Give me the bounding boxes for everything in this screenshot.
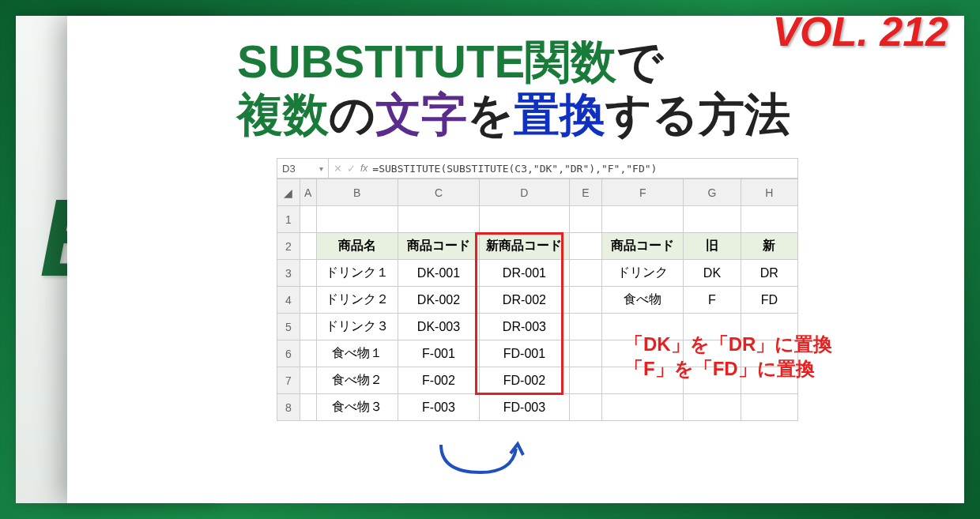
dropdown-icon[interactable]: ▾ xyxy=(319,164,323,173)
cell[interactable] xyxy=(569,367,601,394)
main-header-code[interactable]: 商品コード xyxy=(398,233,479,260)
table-row: 8 食べ物３ F-003 FD-003 xyxy=(277,394,798,421)
cell[interactable] xyxy=(480,206,570,233)
cell[interactable] xyxy=(602,206,684,233)
cell[interactable] xyxy=(300,314,316,340)
arrow-icon xyxy=(433,441,528,480)
column-header-row: ◢ A B C D E F G H xyxy=(277,179,798,206)
cell[interactable] xyxy=(300,367,316,394)
title-de: で xyxy=(616,36,663,87)
lookup-old[interactable]: DK xyxy=(684,260,741,287)
lookup-header-new[interactable]: 新 xyxy=(741,233,797,260)
cell[interactable] xyxy=(569,260,601,287)
lookup-new[interactable]: FD xyxy=(741,287,797,314)
main-header-newcode[interactable]: 新商品コード xyxy=(480,233,570,260)
col-header[interactable]: C xyxy=(398,179,479,206)
title-line-2: 複数の文字を置換する方法 xyxy=(237,88,790,141)
cell-newcode[interactable]: FD-001 xyxy=(480,340,570,367)
lookup-code[interactable]: 食べ物 xyxy=(602,287,684,314)
cell-newcode[interactable]: FD-002 xyxy=(480,367,570,394)
cell-code[interactable]: F-001 xyxy=(398,340,479,367)
excel-screenshot: D3 ▾ ✕ ✓ fx =SUBSTITUTE(SUBSTITUTE(C3,"D… xyxy=(277,158,798,421)
formula-bar: D3 ▾ ✕ ✓ fx =SUBSTITUTE(SUBSTITUTE(C3,"D… xyxy=(277,158,798,179)
cell-newcode[interactable]: DR-002 xyxy=(480,287,570,314)
col-header[interactable]: H xyxy=(741,179,797,206)
cell-name[interactable]: ドリンク１ xyxy=(316,260,398,287)
lookup-old[interactable]: F xyxy=(684,287,741,314)
table-row: 1 xyxy=(277,206,798,233)
cell[interactable] xyxy=(300,287,316,314)
lookup-new[interactable]: DR xyxy=(741,260,797,287)
cell-name[interactable]: ドリンク３ xyxy=(316,314,398,340)
col-header[interactable]: A xyxy=(300,179,316,206)
cell[interactable] xyxy=(569,314,601,340)
row-header[interactable]: 5 xyxy=(277,314,300,340)
row-header[interactable]: 8 xyxy=(277,394,300,421)
cell[interactable] xyxy=(300,206,316,233)
col-header[interactable]: G xyxy=(684,179,741,206)
cell[interactable] xyxy=(569,206,601,233)
row-header[interactable]: 2 xyxy=(277,233,300,260)
cell[interactable] xyxy=(300,233,316,260)
col-header[interactable]: F xyxy=(602,179,684,206)
cell[interactable] xyxy=(569,287,601,314)
lookup-code[interactable]: ドリンク xyxy=(602,260,684,287)
cell[interactable] xyxy=(684,206,741,233)
cell[interactable] xyxy=(741,394,797,421)
table-row: 4 ドリンク２ DK-002 DR-002 食べ物 F FD xyxy=(277,287,798,314)
cell[interactable] xyxy=(569,340,601,367)
name-box[interactable]: D3 ▾ xyxy=(277,159,329,178)
cell-code[interactable]: DK-002 xyxy=(398,287,479,314)
cell-code[interactable]: DK-001 xyxy=(398,260,479,287)
lookup-header-old[interactable]: 旧 xyxy=(684,233,741,260)
annotation-line-2: 「F」を「FD」に置換 xyxy=(624,356,832,381)
row-header[interactable]: 7 xyxy=(277,367,300,394)
cell-code[interactable]: F-003 xyxy=(398,394,479,421)
cell-code[interactable]: F-002 xyxy=(398,367,479,394)
cell[interactable] xyxy=(300,394,316,421)
cell[interactable] xyxy=(398,206,479,233)
col-header[interactable]: E xyxy=(569,179,601,206)
cell-name[interactable]: 食べ物１ xyxy=(316,340,398,367)
row-header[interactable]: 3 xyxy=(277,260,300,287)
cell[interactable] xyxy=(569,233,601,260)
formula-text[interactable]: =SUBSTITUTE(SUBSTITUTE(C3,"DK","DR"),"F"… xyxy=(372,163,657,175)
cell[interactable] xyxy=(300,340,316,367)
cancel-icon[interactable]: ✕ xyxy=(334,163,342,175)
main-title: SUBSTITUTE関数で 複数の文字を置換する方法 xyxy=(237,36,790,141)
fx-icon[interactable]: fx xyxy=(360,163,368,174)
cell-reference: D3 xyxy=(282,163,296,175)
title-no: の xyxy=(329,88,375,140)
cell-name[interactable]: 食べ物２ xyxy=(316,367,398,394)
cell-code[interactable]: DK-003 xyxy=(398,314,479,340)
cell-name[interactable]: 食べ物３ xyxy=(316,394,398,421)
table-row: 3 ドリンク１ DK-001 DR-001 ドリンク DK DR xyxy=(277,260,798,287)
cell[interactable] xyxy=(300,260,316,287)
cell[interactable] xyxy=(569,394,601,421)
cell[interactable] xyxy=(684,394,741,421)
title-line-1: SUBSTITUTE関数で xyxy=(237,36,790,88)
lookup-header-code[interactable]: 商品コード xyxy=(602,233,684,260)
annotation-line-1: 「DK」を「DR」に置換 xyxy=(624,332,832,356)
col-header[interactable]: B xyxy=(316,179,398,206)
spreadsheet: ◢ A B C D E F G H 1 2 商品名 商品コード 新商品コード 商… xyxy=(277,179,798,421)
confirm-icon[interactable]: ✓ xyxy=(347,163,356,175)
volume-label: VOL. 212 xyxy=(772,8,948,55)
annotation-text: 「DK」を「DR」に置換 「F」を「FD」に置換 xyxy=(624,332,832,381)
cell-newcode[interactable]: FD-003 xyxy=(480,394,570,421)
main-header-name[interactable]: 商品名 xyxy=(316,233,398,260)
title-moji: 文字 xyxy=(375,88,467,140)
row-header[interactable]: 4 xyxy=(277,287,300,314)
cell-name[interactable]: ドリンク２ xyxy=(316,287,398,314)
select-all-cell[interactable]: ◢ xyxy=(277,179,300,206)
table-row: 2 商品名 商品コード 新商品コード 商品コード 旧 新 xyxy=(277,233,798,260)
cell[interactable] xyxy=(602,394,684,421)
title-replace: 置換 xyxy=(514,88,605,140)
col-header[interactable]: D xyxy=(480,179,570,206)
cell[interactable] xyxy=(316,206,398,233)
cell-newcode[interactable]: DR-003 xyxy=(480,314,570,340)
row-header[interactable]: 1 xyxy=(277,206,300,233)
row-header[interactable]: 6 xyxy=(277,340,300,367)
cell[interactable] xyxy=(741,206,797,233)
cell-newcode[interactable]: DR-001 xyxy=(480,260,570,287)
